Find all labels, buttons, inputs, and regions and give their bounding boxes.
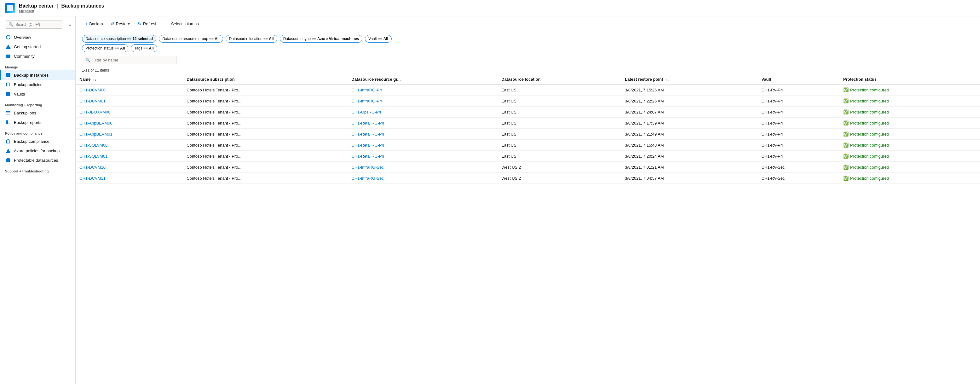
col-header-name[interactable]: Name ↑↓ [76,75,183,84]
az-policies-icon [6,148,11,153]
cell-subscription: Contoso Hotels Tenant - Pro... [183,96,348,107]
toolbar: + Backup ↺ Restore ↻ Refresh → Select co… [76,16,980,31]
sidebar-search-box[interactable]: 🔍 [6,20,62,29]
status-ok-icon: ✅ [843,142,849,148]
sidebar-item-vaults[interactable]: Vaults [0,89,75,99]
restore-button[interactable]: ↺ Restore [107,19,134,28]
backup-jobs-icon [6,110,11,115]
filter-tags[interactable]: Tags == All [131,45,157,52]
filter-label: Datasource type == Azure Virtual machine… [283,37,359,41]
cell-vault: CH1-RV-Sec [757,162,839,173]
cell-restore-point: 3/8/2021, 7:21:49 AM [621,129,757,140]
rg-link[interactable]: CH1-RetailRG-Pri [352,143,384,148]
cell-name: CH1-DCVM01 [76,96,183,107]
more-options-button[interactable]: ··· [106,3,113,9]
name-link[interactable]: CH1-DCVM11 [80,176,105,181]
cell-location: West US 2 [498,173,621,184]
sidebar-item-label: Backup compliance [14,139,49,144]
col-header-protection-status: Protection status [840,75,980,84]
cell-location: West US 2 [498,162,621,173]
sidebar-item-label: Getting started [14,45,41,49]
select-columns-button[interactable]: → Select columns [162,19,202,28]
sidebar-item-overview[interactable]: Overview [0,32,75,42]
status-label: Protection configured [850,88,889,92]
filter-label: Datasource resource group == All [162,37,219,41]
cell-rg: CH1-InfraRG-Pri [348,84,498,96]
sidebar-item-backup-reports[interactable]: Backup reports [0,118,75,127]
rg-link[interactable]: CH1-InfraRG-Sec [352,176,384,181]
rg-link[interactable]: CH1-RetailRG-Pri [352,132,384,137]
col-header-rg: Datasource resource gr... [348,75,498,84]
backup-instances-table: Name ↑↓ Datasource subscription Datasour… [76,75,980,184]
sidebar-item-azure-policies[interactable]: Azure policies for backup [0,146,75,155]
cell-name: CH1-SQLVM00 [76,140,183,151]
cell-subscription: Contoso Hotels Tenant - Pro... [183,162,348,173]
sidebar-item-getting-started[interactable]: Getting started [0,42,75,51]
cell-restore-point: 3/8/2021, 7:20:24 AM [621,151,757,162]
backup-button[interactable]: + Backup [82,19,106,28]
cell-name: CH1-DCVM10 [76,162,183,173]
rg-link[interactable]: CH1-InfraRG-Pri [352,99,382,104]
sidebar-item-protectable-datasources[interactable]: Protectable datasources [0,155,75,165]
header-separator: | [57,3,58,9]
backup-icon: + [85,21,88,26]
rg-link[interactable]: CH1-OpsRG-Pri [352,110,381,115]
status-label: Protection configured [850,165,889,170]
name-link[interactable]: CH1-DCVM00 [80,88,105,92]
filter-datasource-subscription[interactable]: Datasource subscription == 12 selected [82,35,156,43]
backup-label: Backup [89,21,103,26]
cell-name: CH1-DCVM11 [76,173,183,184]
filter-protection-status[interactable]: Protection status == All [82,45,128,52]
rg-link[interactable]: CH1-RetailRG-Pri [352,154,384,159]
name-link[interactable]: CH1-JBOXVM00 [80,110,110,115]
sidebar-item-label: Backup jobs [14,111,36,115]
header-subtitle: Microsoft [19,9,113,14]
backup-reports-icon [6,120,11,125]
name-link[interactable]: CH1-DCVM10 [80,165,105,170]
sidebar-item-backup-jobs[interactable]: Backup jobs [0,108,75,118]
sidebar-item-backup-instances[interactable]: Backup instances [0,70,75,80]
cell-protection-status: ✅ Protection configured [840,96,980,107]
table-wrapper: Name ↑↓ Datasource subscription Datasour… [76,75,980,384]
app-icon [5,3,15,13]
filter-by-name-input[interactable] [92,58,173,62]
name-link[interactable]: CH1-AppBEVM00 [80,121,113,126]
status-label: Protection configured [850,154,889,159]
sidebar-search-icon: 🔍 [8,22,14,27]
content-area: + Backup ↺ Restore ↻ Refresh → Select co… [76,16,980,384]
col-header-location: Datasource location [498,75,621,84]
status-ok-icon: ✅ [843,164,849,170]
page-name: Backup instances [61,3,104,9]
sidebar-item-backup-compliance[interactable]: Backup compliance [0,137,75,146]
name-link[interactable]: CH1-SQLVM01 [80,154,107,159]
status-label: Protection configured [850,143,889,148]
sidebar-search-input[interactable] [16,22,60,27]
filter-label: Datasource subscription == 12 selected [85,37,153,41]
col-header-restore-point[interactable]: Latest restore point ↑↓ [621,75,757,84]
cell-name: CH1-JBOXVM00 [76,107,183,118]
cell-rg: CH1-OpsRG-Pri [348,107,498,118]
filter-vault[interactable]: Vault == All [365,35,392,43]
rg-link[interactable]: CH1-InfraRG-Sec [352,165,384,170]
cell-protection-status: ✅ Protection configured [840,129,980,140]
status-label: Protection configured [850,99,889,104]
sidebar-item-backup-policies[interactable]: Backup policies [0,80,75,89]
cell-subscription: Contoso Hotels Tenant - Pro... [183,151,348,162]
sidebar-item-community[interactable]: Community [0,51,75,61]
name-link[interactable]: CH1-DCVM01 [80,99,105,104]
vaults-icon [6,91,11,96]
sidebar-collapse-button[interactable]: « [67,21,73,27]
name-link[interactable]: CH1-SQLVM00 [80,143,107,148]
refresh-button[interactable]: ↻ Refresh [135,19,161,28]
rg-link[interactable]: CH1-InfraRG-Pri [352,88,382,92]
name-link[interactable]: CH1-AppBEVM01 [80,132,113,137]
sidebar-nav: Overview Getting started Community Manag… [0,32,75,384]
refresh-icon: ↻ [138,21,142,26]
filter-by-name-box[interactable]: 🔍 [82,56,177,64]
refresh-label: Refresh [143,21,158,26]
filter-datasource-type[interactable]: Datasource type == Azure Virtual machine… [280,35,363,43]
rg-link[interactable]: CH1-RetailRG-Pri [352,121,384,126]
filter-datasource-location[interactable]: Datasource location == All [226,35,277,43]
cell-vault: CH1-RV-Pri [757,140,839,151]
filter-datasource-rg[interactable]: Datasource resource group == All [159,35,223,43]
